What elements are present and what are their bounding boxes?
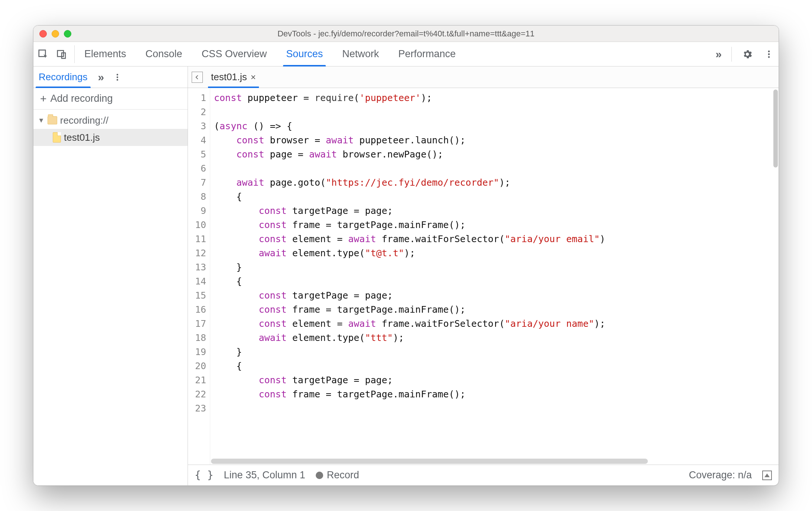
device-toolbar-icon[interactable]: [56, 48, 68, 60]
tree-file-row[interactable]: test01.js: [33, 129, 188, 146]
sidebar-tabs: Recordings »: [33, 66, 188, 88]
add-recording-button[interactable]: + Add recording: [33, 88, 188, 110]
horizontal-scrollbar[interactable]: [211, 459, 771, 464]
plus-icon: +: [40, 92, 47, 105]
panel-tabs: ElementsConsoleCSS OverviewSourcesNetwor…: [82, 42, 458, 66]
close-tab-icon[interactable]: ×: [251, 72, 256, 82]
settings-icon[interactable]: [741, 48, 753, 60]
kebab-menu-icon[interactable]: [763, 48, 775, 60]
record-label: Record: [327, 469, 359, 481]
editor-area: test01.js × 1 2 3 4 5 6 7 8 9 10 11 12 1…: [188, 66, 779, 485]
navigator-toggle-icon[interactable]: [192, 72, 203, 83]
line-gutter: 1 2 3 4 5 6 7 8 9 10 11 12 13 14 15 16 1…: [188, 88, 210, 465]
panel-tab-performance[interactable]: Performance: [396, 42, 458, 66]
panel-tab-elements[interactable]: Elements: [82, 42, 129, 66]
statusbar: { } Line 35, Column 1 Record Coverage: n…: [188, 465, 779, 485]
vertical-scrollbar[interactable]: [773, 88, 779, 465]
cursor-position: Line 35, Column 1: [224, 469, 305, 481]
svg-point-4: [768, 53, 770, 55]
svg-rect-1: [58, 51, 64, 56]
record-dot-icon: [316, 472, 323, 479]
show-console-drawer-icon[interactable]: [762, 471, 772, 480]
editor-tab-filename: test01.js: [211, 71, 247, 83]
folder-label: recording://: [60, 115, 108, 126]
more-tabs-button[interactable]: »: [715, 48, 722, 61]
disclosure-triangle-icon: ▼: [38, 117, 45, 124]
add-recording-label: Add recording: [51, 93, 113, 104]
coverage-label: Coverage: n/a: [689, 469, 752, 481]
sidebar-more-tabs-button[interactable]: »: [98, 71, 104, 84]
file-label: test01.js: [64, 132, 100, 143]
record-button[interactable]: Record: [316, 469, 359, 481]
editor-tab[interactable]: test01.js ×: [208, 66, 259, 88]
main-toolbar: ElementsConsoleCSS OverviewSourcesNetwor…: [33, 42, 779, 66]
svg-point-6: [117, 74, 118, 75]
body: Recordings » + Add recording ▼ recording…: [33, 66, 779, 485]
editor-tabs: test01.js ×: [188, 66, 779, 88]
titlebar: DevTools - jec.fyi/demo/recorder?email=t…: [33, 26, 779, 42]
code-editor[interactable]: 1 2 3 4 5 6 7 8 9 10 11 12 13 14 15 16 1…: [188, 88, 779, 465]
sidebar-tab-recordings[interactable]: Recordings: [33, 66, 93, 88]
window-title: DevTools - jec.fyi/demo/recorder?email=t…: [33, 29, 779, 39]
svg-point-5: [768, 56, 770, 58]
sidebar: Recordings » + Add recording ▼ recording…: [33, 66, 188, 485]
svg-point-8: [117, 79, 118, 80]
divider: [731, 47, 732, 62]
pretty-print-button[interactable]: { }: [195, 469, 214, 481]
tree-folder-row[interactable]: ▼ recording://: [33, 112, 188, 129]
file-tree: ▼ recording:// test01.js: [33, 110, 188, 485]
svg-point-7: [117, 76, 118, 78]
folder-icon: [48, 116, 57, 124]
devtools-window: DevTools - jec.fyi/demo/recorder?email=t…: [33, 25, 779, 486]
svg-point-3: [768, 51, 770, 52]
panel-tab-network[interactable]: Network: [340, 42, 381, 66]
code-content[interactable]: const puppeteer = require('puppeteer'); …: [210, 88, 779, 465]
file-icon: [53, 132, 61, 143]
panel-tab-console[interactable]: Console: [143, 42, 185, 66]
inspect-element-icon[interactable]: [37, 48, 49, 60]
sidebar-kebab-icon[interactable]: [111, 71, 123, 83]
panel-tab-sources[interactable]: Sources: [284, 42, 325, 66]
panel-tab-css-overview[interactable]: CSS Overview: [199, 42, 269, 66]
